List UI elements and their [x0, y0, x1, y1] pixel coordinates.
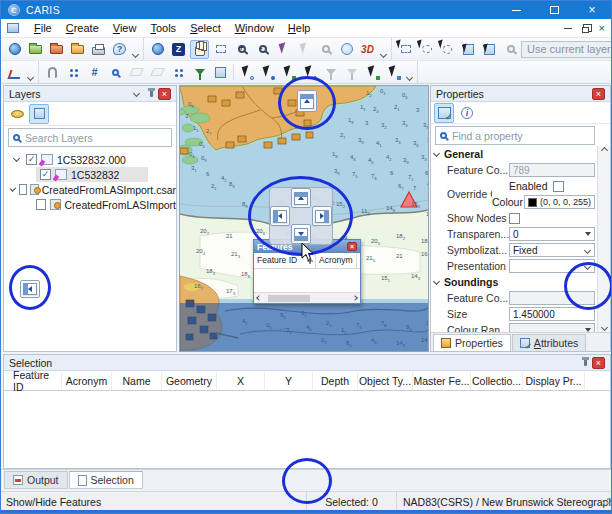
- column-header[interactable]: X: [217, 372, 265, 390]
- tab-properties[interactable]: Properties: [433, 334, 511, 351]
- resize-grip[interactable]: [602, 497, 610, 505]
- column-header[interactable]: Feature ID: [254, 253, 316, 268]
- checkbox[interactable]: [36, 199, 46, 210]
- select-visible-button[interactable]: [480, 40, 499, 59]
- layer-select-combo[interactable]: Use current layer: [521, 41, 612, 58]
- properties-close-button[interactable]: ×: [592, 88, 605, 100]
- angle-measure-button[interactable]: [5, 63, 24, 82]
- section-soundings[interactable]: Soundings: [431, 274, 597, 290]
- properties-panel-header[interactable]: Properties ×: [431, 86, 610, 102]
- column-header[interactable]: Depth: [313, 372, 358, 390]
- dock-center-bottom-button[interactable]: [291, 224, 311, 244]
- close-button[interactable]: ×: [573, 1, 611, 19]
- expander-icon[interactable]: [13, 155, 20, 162]
- menu-window[interactable]: Window: [228, 20, 281, 36]
- expander-icon[interactable]: [433, 277, 440, 284]
- select-points-button[interactable]: [258, 63, 277, 82]
- overview-button[interactable]: [316, 40, 335, 59]
- panel-menu-button[interactable]: [130, 88, 143, 100]
- transparency-combo[interactable]: 0: [509, 227, 595, 241]
- filter-select-button[interactable]: [321, 63, 340, 82]
- toolbar-overflow-button[interactable]: [404, 61, 414, 83]
- attach-feature-button[interactable]: [43, 63, 62, 82]
- title-bar[interactable]: C CARIS ×: [1, 1, 611, 19]
- tree-row[interactable]: CreatedFromLASImport.csar: [4, 182, 176, 197]
- scroll-left-button[interactable]: [254, 293, 264, 303]
- layers-close-button[interactable]: ×: [158, 88, 171, 100]
- tree-row[interactable]: ✓ 1C532832.000: [4, 152, 176, 167]
- mdi-close-button[interactable]: ×: [599, 23, 605, 34]
- minimize-button[interactable]: [497, 1, 535, 19]
- enabled-checkbox[interactable]: [553, 181, 564, 192]
- import-button[interactable]: [47, 40, 66, 59]
- dock-center-left-button[interactable]: [270, 206, 290, 226]
- save-button[interactable]: [68, 40, 87, 59]
- toolbar-overflow-button[interactable]: [378, 38, 388, 60]
- column-header[interactable]: Collectio...: [471, 372, 523, 390]
- select-rectangle-button[interactable]: [396, 40, 415, 59]
- toolbar-overflow-button[interactable]: [130, 38, 140, 60]
- document-icon[interactable]: [7, 23, 19, 33]
- column-header[interactable]: Geometry: [162, 372, 217, 390]
- info-button[interactable]: i: [457, 103, 477, 123]
- layers-legend-button[interactable]: [7, 104, 27, 124]
- dock-left-button[interactable]: [20, 280, 40, 298]
- pin-button[interactable]: [145, 88, 158, 100]
- filter-features-button[interactable]: [190, 63, 209, 82]
- select-query-button[interactable]: [300, 63, 319, 82]
- dock-center-top-button[interactable]: [291, 188, 311, 208]
- selection-close-button[interactable]: ×: [592, 357, 605, 369]
- menu-view[interactable]: View: [106, 20, 144, 36]
- scrollbar-thumb[interactable]: [268, 295, 310, 302]
- column-header[interactable]: Y: [265, 372, 313, 390]
- next-view-button[interactable]: [295, 40, 314, 59]
- previous-view-button[interactable]: [274, 40, 293, 59]
- menu-file[interactable]: File: [27, 20, 59, 36]
- help-button[interactable]: ?: [110, 40, 129, 59]
- dock-top-button[interactable]: [297, 90, 317, 112]
- property-search[interactable]: [435, 126, 595, 145]
- query-feature-button[interactable]: [106, 63, 125, 82]
- select-green-button[interactable]: [363, 63, 382, 82]
- horizontal-scrollbar[interactable]: [254, 292, 360, 303]
- flatten-button[interactable]: [127, 63, 146, 82]
- checkbox[interactable]: ✓: [40, 169, 51, 180]
- world-view-button[interactable]: [337, 40, 356, 59]
- column-header[interactable]: Object Ty...: [358, 372, 413, 390]
- expander-icon[interactable]: [10, 185, 16, 191]
- zoom-in-button[interactable]: +: [232, 40, 251, 59]
- colour-range-combo[interactable]: [509, 323, 595, 332]
- feature-panel-button[interactable]: [211, 63, 230, 82]
- select-lasso-button[interactable]: [417, 40, 436, 59]
- tab-output[interactable]: Output: [4, 471, 68, 489]
- dock-center-right-button[interactable]: [312, 206, 332, 226]
- open-button[interactable]: [26, 40, 45, 59]
- menu-help[interactable]: Help: [281, 20, 318, 36]
- column-header[interactable]: Name: [112, 372, 162, 390]
- tree-row[interactable]: ✓ 1C532832: [4, 167, 176, 182]
- pan-button[interactable]: [190, 40, 209, 59]
- menu-create[interactable]: Create: [59, 20, 106, 36]
- select-attach-button[interactable]: [237, 63, 256, 82]
- tab-attributes[interactable]: Attributes: [512, 334, 586, 351]
- layers-panel-header[interactable]: Layers ×: [4, 86, 176, 102]
- selection-panel-header[interactable]: Selection ×: [4, 355, 610, 371]
- scroll-right-button[interactable]: [350, 293, 360, 303]
- select-zoom-button[interactable]: [501, 40, 520, 59]
- new-workspace-button[interactable]: [5, 40, 24, 59]
- colour-picker[interactable]: (0, 0, 0, 255): [524, 195, 595, 209]
- tree-row[interactable]: CreatedFromLASImport: [4, 197, 176, 212]
- categorized-view-button[interactable]: [434, 103, 454, 123]
- print-button[interactable]: [89, 40, 108, 59]
- zoom-scale-button[interactable]: Z: [169, 40, 188, 59]
- tab-selection[interactable]: Selection: [69, 471, 143, 489]
- mdi-restore-button[interactable]: [582, 27, 589, 33]
- features-close-button[interactable]: ×: [347, 242, 357, 251]
- presentation-combo[interactable]: [509, 259, 595, 273]
- checkbox[interactable]: [19, 184, 27, 195]
- symbolization-combo[interactable]: Fixed: [509, 243, 595, 257]
- layers-search[interactable]: [8, 128, 172, 147]
- menu-select[interactable]: Select: [183, 20, 228, 36]
- view-globe-button[interactable]: [148, 40, 167, 59]
- column-header[interactable]: Feature ID: [4, 372, 62, 390]
